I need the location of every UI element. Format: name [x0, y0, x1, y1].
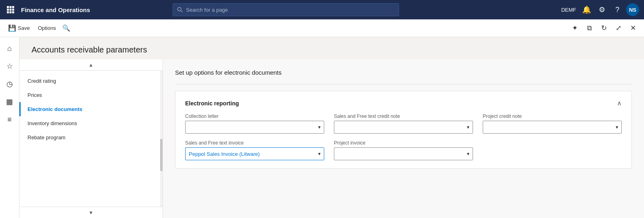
- svg-rect-0: [7, 6, 9, 8]
- sales-invoice-label: Sales and Free text invoice: [185, 140, 324, 146]
- save-icon: 💾: [8, 24, 16, 32]
- svg-rect-7: [10, 11, 12, 13]
- svg-rect-6: [7, 11, 9, 13]
- save-button[interactable]: 💾 Save: [5, 23, 33, 34]
- form-panel: Set up options for electronic documents …: [163, 59, 644, 218]
- sidebar-item-electronic-documents[interactable]: Electronic documents: [19, 102, 163, 116]
- collection-letter-dropdown[interactable]: ▾: [185, 121, 324, 134]
- settings-icon[interactable]: ⚙: [595, 3, 608, 16]
- two-pane: ▲ Credit rating Prices Electronic docume…: [19, 59, 644, 218]
- toolbar-search-icon[interactable]: 🔍: [61, 23, 72, 34]
- page-title: Accounts receivable parameters: [32, 45, 632, 55]
- notification-icon[interactable]: 🔔: [580, 3, 593, 16]
- environment-label: DEMF: [561, 7, 576, 13]
- sidebar-item-prices[interactable]: Prices: [19, 88, 163, 102]
- sales-credit-note-chevron: ▾: [467, 124, 469, 130]
- nav-scrollbar[interactable]: [160, 71, 163, 207]
- form-section-title: Set up options for electronic documents: [175, 69, 632, 76]
- top-right-icons: DEMF 🔔 ⚙ ? NS: [561, 3, 639, 16]
- global-search-bar[interactable]: Search for a page: [173, 3, 399, 16]
- user-avatar[interactable]: NS: [626, 3, 639, 16]
- collection-letter-group: Collection letter ▾: [185, 113, 324, 134]
- nav-scrollbar-thumb: [160, 139, 163, 171]
- sales-invoice-dropdown[interactable]: Peppol Sales Invoice (Litware) ▾: [185, 147, 324, 160]
- page-title-bar: Accounts receivable parameters: [19, 37, 644, 59]
- options-button[interactable]: Options: [35, 23, 59, 33]
- toolbar-right-actions: ✦ ⧉ ↻ ⤢ ✕: [569, 22, 639, 34]
- section-divider: [175, 84, 632, 84]
- nav-items-list: Credit rating Prices Electronic document…: [19, 71, 163, 148]
- app-title: Finance and Operations: [21, 6, 90, 13]
- form-grid-row2: Sales and Free text invoice Peppol Sales…: [185, 140, 622, 160]
- sales-invoice-value: Peppol Sales Invoice (Litware): [189, 151, 260, 157]
- help-icon[interactable]: ?: [611, 3, 624, 16]
- search-placeholder: Search for a page: [186, 7, 228, 13]
- collection-letter-chevron: ▾: [318, 124, 321, 130]
- sales-free-text-credit-note-group: Sales and Free text credit note ▾: [334, 113, 473, 134]
- refresh-icon[interactable]: ↻: [598, 22, 610, 34]
- save-label: Save: [18, 25, 30, 31]
- scroll-down-button[interactable]: ▼: [19, 207, 163, 218]
- main-layout: ⌂ ☆ ◷ ▦ ≡ Accounts receivable parameters…: [0, 37, 644, 218]
- top-navigation: Finance and Operations Search for a page…: [0, 0, 644, 19]
- project-credit-note-label: Project credit note: [483, 113, 622, 119]
- project-invoice-chevron: ▾: [467, 151, 469, 157]
- svg-rect-3: [7, 9, 9, 11]
- card-header: Electronic reporting ∧: [185, 99, 622, 107]
- close-icon[interactable]: ✕: [627, 22, 639, 34]
- sidebar-item-credit-rating[interactable]: Credit rating: [19, 74, 163, 88]
- collection-letter-label: Collection letter: [185, 113, 324, 119]
- sidebar-workspaces-icon[interactable]: ▦: [2, 94, 18, 110]
- project-credit-note-group: Project credit note ▾: [483, 113, 622, 134]
- svg-point-9: [178, 7, 182, 11]
- svg-rect-8: [12, 11, 14, 13]
- project-credit-note-dropdown[interactable]: ▾: [483, 121, 622, 134]
- sales-credit-note-dropdown[interactable]: ▾: [334, 121, 473, 134]
- scroll-up-button[interactable]: ▲: [19, 59, 163, 71]
- waffle-icon[interactable]: [5, 4, 16, 15]
- svg-rect-5: [12, 9, 14, 11]
- svg-line-10: [181, 10, 182, 12]
- project-invoice-label: Project invoice: [334, 140, 473, 146]
- form-grid-row1: Collection letter ▾ Sales and Free text …: [185, 113, 622, 134]
- sidebar-recent-icon[interactable]: ◷: [2, 76, 18, 92]
- options-label: Options: [38, 25, 56, 31]
- sidebar-home-icon[interactable]: ⌂: [2, 40, 18, 57]
- personalize-icon[interactable]: ✦: [569, 22, 581, 34]
- card-header-title: Electronic reporting: [185, 100, 239, 107]
- svg-rect-1: [10, 6, 12, 8]
- toolbar: 💾 Save Options 🔍 ✦ ⧉ ↻ ⤢ ✕: [0, 19, 644, 37]
- svg-rect-4: [10, 9, 12, 11]
- nav-panel: ▲ Credit rating Prices Electronic docume…: [19, 59, 163, 218]
- svg-rect-2: [12, 6, 14, 8]
- sidebar-modules-icon[interactable]: ≡: [2, 111, 18, 128]
- sales-credit-note-label: Sales and Free text credit note: [334, 113, 473, 119]
- open-in-new-icon[interactable]: ⧉: [583, 22, 595, 34]
- sales-invoice-chevron: ▾: [318, 151, 321, 157]
- sidebar-item-inventory-dimensions[interactable]: Inventory dimensions: [19, 116, 163, 130]
- project-invoice-group: Project invoice ▾: [334, 140, 473, 160]
- sidebar-favorites-icon[interactable]: ☆: [2, 58, 18, 74]
- sidebar-item-rebate-program[interactable]: Rebate program: [19, 130, 163, 145]
- content-area: Accounts receivable parameters ▲ Credit …: [19, 37, 644, 218]
- project-credit-note-chevron: ▾: [616, 124, 618, 130]
- sales-free-text-invoice-group: Sales and Free text invoice Peppol Sales…: [185, 140, 324, 160]
- left-sidebar: ⌂ ☆ ◷ ▦ ≡: [0, 37, 19, 218]
- electronic-reporting-card: Electronic reporting ∧ Collection letter…: [175, 91, 632, 169]
- project-invoice-dropdown[interactable]: ▾: [334, 147, 473, 160]
- expand-icon[interactable]: ⤢: [612, 22, 625, 34]
- collapse-icon[interactable]: ∧: [617, 99, 622, 107]
